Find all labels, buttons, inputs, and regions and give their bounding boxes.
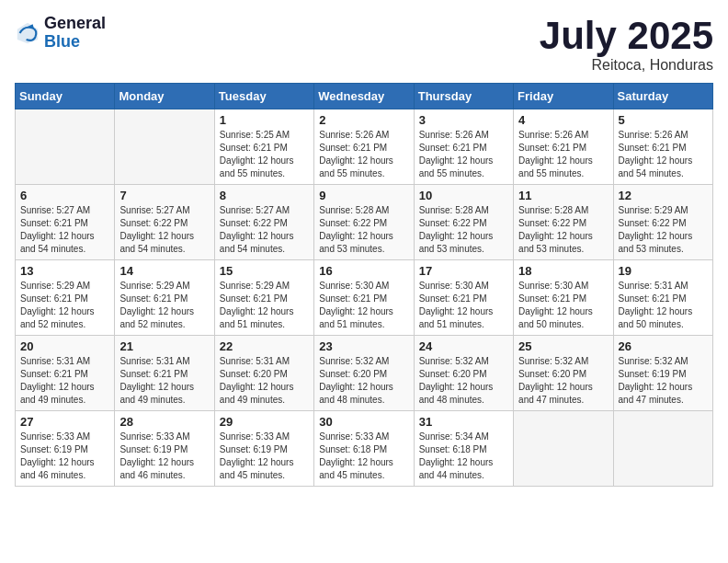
day-info: Sunrise: 5:27 AMSunset: 6:22 PMDaylight:… (220, 204, 309, 256)
day-number: 3 (419, 113, 508, 127)
calendar-cell: 2Sunrise: 5:26 AMSunset: 6:21 PMDaylight… (314, 109, 414, 185)
weekday-header: Monday (115, 84, 214, 109)
calendar-table: SundayMondayTuesdayWednesdayThursdayFrid… (15, 83, 713, 487)
day-number: 7 (119, 189, 209, 202)
calendar-header-row: SundayMondayTuesdayWednesdayThursdayFrid… (16, 84, 713, 109)
day-number: 22 (220, 339, 309, 353)
day-number: 6 (20, 189, 109, 202)
day-info: Sunrise: 5:34 AMSunset: 6:18 PMDaylight:… (419, 431, 508, 482)
location-text: Reitoca, Honduras (540, 57, 713, 74)
day-number: 29 (220, 415, 309, 429)
day-info: Sunrise: 5:29 AMSunset: 6:21 PMDaylight:… (119, 280, 209, 331)
calendar-cell (514, 411, 613, 487)
day-number: 12 (619, 189, 708, 202)
day-info: Sunrise: 5:28 AMSunset: 6:22 PMDaylight:… (518, 204, 608, 256)
day-number: 15 (220, 264, 309, 278)
day-info: Sunrise: 5:32 AMSunset: 6:19 PMDaylight:… (619, 355, 708, 407)
day-number: 28 (119, 415, 209, 429)
day-number: 20 (20, 339, 109, 353)
calendar-cell: 6Sunrise: 5:27 AMSunset: 6:21 PMDaylight… (16, 185, 115, 260)
calendar-cell: 1Sunrise: 5:25 AMSunset: 6:21 PMDaylight… (214, 109, 313, 185)
calendar-week-row: 1Sunrise: 5:25 AMSunset: 6:21 PMDaylight… (16, 109, 713, 185)
day-number: 21 (119, 339, 209, 353)
weekday-header: Friday (514, 84, 613, 109)
day-number: 18 (518, 264, 608, 278)
day-info: Sunrise: 5:32 AMSunset: 6:20 PMDaylight:… (518, 355, 608, 407)
day-info: Sunrise: 5:27 AMSunset: 6:21 PMDaylight:… (20, 204, 109, 256)
day-info: Sunrise: 5:33 AMSunset: 6:18 PMDaylight:… (319, 431, 408, 482)
day-number: 16 (319, 264, 408, 278)
calendar-cell: 17Sunrise: 5:30 AMSunset: 6:21 PMDayligh… (414, 260, 513, 336)
calendar-cell: 13Sunrise: 5:29 AMSunset: 6:21 PMDayligh… (16, 260, 115, 336)
day-info: Sunrise: 5:31 AMSunset: 6:20 PMDaylight:… (220, 355, 309, 407)
day-info: Sunrise: 5:29 AMSunset: 6:21 PMDaylight:… (20, 280, 109, 331)
day-number: 4 (518, 113, 608, 127)
day-number: 11 (518, 189, 608, 202)
day-number: 14 (119, 264, 209, 278)
calendar-week-row: 27Sunrise: 5:33 AMSunset: 6:19 PMDayligh… (16, 411, 713, 487)
calendar-cell: 24Sunrise: 5:32 AMSunset: 6:20 PMDayligh… (414, 336, 513, 411)
day-info: Sunrise: 5:33 AMSunset: 6:19 PMDaylight:… (119, 431, 209, 482)
logo-text: General Blue (44, 15, 106, 52)
day-info: Sunrise: 5:30 AMSunset: 6:21 PMDaylight:… (419, 280, 508, 331)
weekday-header: Saturday (613, 84, 712, 109)
calendar-cell: 10Sunrise: 5:28 AMSunset: 6:22 PMDayligh… (414, 185, 513, 260)
calendar-cell: 7Sunrise: 5:27 AMSunset: 6:22 PMDaylight… (115, 185, 214, 260)
day-info: Sunrise: 5:26 AMSunset: 6:21 PMDaylight:… (319, 129, 408, 180)
calendar-cell (613, 411, 712, 487)
calendar-week-row: 6Sunrise: 5:27 AMSunset: 6:21 PMDaylight… (16, 185, 713, 260)
day-number: 19 (619, 264, 708, 278)
weekday-header: Wednesday (314, 84, 414, 109)
calendar-cell: 11Sunrise: 5:28 AMSunset: 6:22 PMDayligh… (514, 185, 613, 260)
calendar-cell (16, 109, 115, 185)
logo: General Blue (15, 15, 106, 52)
calendar-week-row: 13Sunrise: 5:29 AMSunset: 6:21 PMDayligh… (16, 260, 713, 336)
calendar-cell: 21Sunrise: 5:31 AMSunset: 6:21 PMDayligh… (115, 336, 214, 411)
calendar-cell: 19Sunrise: 5:31 AMSunset: 6:21 PMDayligh… (613, 260, 712, 336)
logo-general-text: General (44, 15, 106, 33)
day-info: Sunrise: 5:26 AMSunset: 6:21 PMDaylight:… (518, 129, 608, 180)
day-number: 26 (619, 339, 708, 353)
day-info: Sunrise: 5:32 AMSunset: 6:20 PMDaylight:… (419, 355, 508, 407)
calendar-cell: 26Sunrise: 5:32 AMSunset: 6:19 PMDayligh… (613, 336, 712, 411)
day-number: 9 (319, 189, 408, 202)
calendar-cell: 16Sunrise: 5:30 AMSunset: 6:21 PMDayligh… (314, 260, 414, 336)
calendar-cell: 18Sunrise: 5:30 AMSunset: 6:21 PMDayligh… (514, 260, 613, 336)
day-info: Sunrise: 5:32 AMSunset: 6:20 PMDaylight:… (319, 355, 408, 407)
calendar-cell: 27Sunrise: 5:33 AMSunset: 6:19 PMDayligh… (16, 411, 115, 487)
calendar-cell: 30Sunrise: 5:33 AMSunset: 6:18 PMDayligh… (314, 411, 414, 487)
weekday-header: Tuesday (214, 84, 313, 109)
month-title: July 2025 (540, 15, 713, 57)
calendar-cell: 28Sunrise: 5:33 AMSunset: 6:19 PMDayligh… (115, 411, 214, 487)
calendar-cell: 12Sunrise: 5:29 AMSunset: 6:22 PMDayligh… (613, 185, 712, 260)
weekday-header: Thursday (414, 84, 513, 109)
calendar-cell: 22Sunrise: 5:31 AMSunset: 6:20 PMDayligh… (214, 336, 313, 411)
day-info: Sunrise: 5:27 AMSunset: 6:22 PMDaylight:… (119, 204, 209, 256)
day-info: Sunrise: 5:33 AMSunset: 6:19 PMDaylight:… (20, 431, 109, 482)
day-info: Sunrise: 5:28 AMSunset: 6:22 PMDaylight:… (419, 204, 508, 256)
day-number: 27 (20, 415, 109, 429)
day-info: Sunrise: 5:26 AMSunset: 6:21 PMDaylight:… (619, 129, 708, 180)
logo-icon (15, 20, 40, 46)
calendar-cell: 15Sunrise: 5:29 AMSunset: 6:21 PMDayligh… (214, 260, 313, 336)
day-info: Sunrise: 5:28 AMSunset: 6:22 PMDaylight:… (319, 204, 408, 256)
calendar-week-row: 20Sunrise: 5:31 AMSunset: 6:21 PMDayligh… (16, 336, 713, 411)
calendar-cell: 5Sunrise: 5:26 AMSunset: 6:21 PMDaylight… (613, 109, 712, 185)
calendar-cell: 23Sunrise: 5:32 AMSunset: 6:20 PMDayligh… (314, 336, 414, 411)
day-number: 17 (419, 264, 508, 278)
page-header: General Blue July 2025 Reitoca, Honduras (15, 15, 713, 74)
day-info: Sunrise: 5:29 AMSunset: 6:21 PMDaylight:… (220, 280, 309, 331)
calendar-cell: 8Sunrise: 5:27 AMSunset: 6:22 PMDaylight… (214, 185, 313, 260)
calendar-cell: 9Sunrise: 5:28 AMSunset: 6:22 PMDaylight… (314, 185, 414, 260)
calendar-cell: 14Sunrise: 5:29 AMSunset: 6:21 PMDayligh… (115, 260, 214, 336)
calendar-cell: 4Sunrise: 5:26 AMSunset: 6:21 PMDaylight… (514, 109, 613, 185)
day-number: 23 (319, 339, 408, 353)
day-number: 2 (319, 113, 408, 127)
day-info: Sunrise: 5:31 AMSunset: 6:21 PMDaylight:… (20, 355, 109, 407)
title-block: July 2025 Reitoca, Honduras (540, 15, 713, 74)
calendar-cell: 20Sunrise: 5:31 AMSunset: 6:21 PMDayligh… (16, 336, 115, 411)
calendar-cell: 29Sunrise: 5:33 AMSunset: 6:19 PMDayligh… (214, 411, 313, 487)
day-info: Sunrise: 5:25 AMSunset: 6:21 PMDaylight:… (220, 129, 309, 180)
day-number: 10 (419, 189, 508, 202)
calendar-cell (115, 109, 214, 185)
